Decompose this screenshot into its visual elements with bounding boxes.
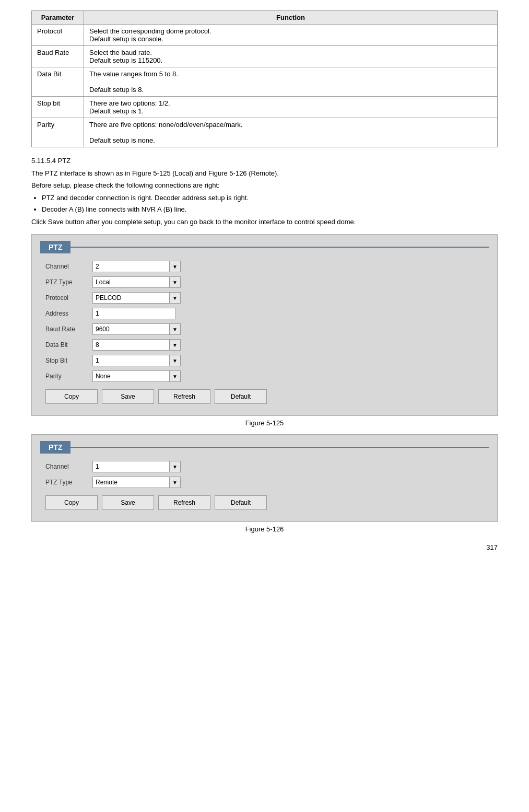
func-protocol: Select the corresponding dome protocol.D…	[84, 25, 498, 46]
param-parity: Parity	[32, 118, 84, 147]
param-data-bit: Data Bit	[32, 67, 84, 97]
func-baud-rate: Select the baud rate.Default setup is 11…	[84, 46, 498, 67]
dropdown-ptztype-125-btn[interactable]: ▼	[169, 276, 181, 288]
field-protocol-125: Protocol ▼	[40, 292, 489, 304]
ptz-title-125: PTZ	[40, 241, 70, 253]
field-parity-125: Parity ▼	[40, 370, 489, 382]
figure-126-container: PTZ Channel ▼ PTZ Type ▼ Copy Save Refre…	[31, 434, 498, 522]
refresh-button-125[interactable]: Refresh	[158, 389, 210, 404]
label-address-125: Address	[45, 310, 92, 317]
section-note: Click Save button after you complete set…	[31, 217, 498, 227]
dropdown-channel-125-btn[interactable]: ▼	[169, 261, 181, 272]
table-header-function: Function	[84, 11, 498, 25]
input-parity-125[interactable]	[92, 370, 170, 382]
button-row-125: Copy Save Refresh Default	[40, 389, 489, 404]
field-ptztype-126: PTZ Type ▼	[40, 477, 489, 488]
param-baud-rate: Baud Rate	[32, 46, 84, 67]
bullet-item: Decoder A (B) line connects with NVR A (…	[42, 204, 498, 215]
bullet-list: PTZ and decoder connection is right. Dec…	[42, 193, 498, 215]
label-ptztype-125: PTZ Type	[45, 279, 92, 286]
button-row-126: Copy Save Refresh Default	[40, 495, 489, 510]
label-databit-125: Data Bit	[45, 341, 92, 349]
copy-button-125[interactable]: Copy	[45, 389, 98, 404]
label-channel-126: Channel	[45, 463, 92, 470]
field-baudrate-125: Baud Rate ▼	[40, 323, 489, 335]
input-channel-126[interactable]	[92, 461, 170, 472]
label-protocol-125: Protocol	[45, 294, 92, 301]
label-channel-125: Channel	[45, 263, 92, 270]
label-parity-125: Parity	[45, 373, 92, 380]
dropdown-baudrate-125-btn[interactable]: ▼	[169, 323, 181, 335]
section-intro: The PTZ interface is shown as in Figure …	[31, 168, 498, 179]
dropdown-protocol-125-btn[interactable]: ▼	[169, 292, 181, 304]
ptz-title-126: PTZ	[40, 441, 70, 454]
page-number: 317	[31, 543, 498, 551]
ptz-title-line	[70, 247, 489, 248]
label-stopbit-125: Stop Bit	[45, 357, 92, 364]
input-ptztype-125[interactable]	[92, 276, 170, 288]
input-stopbit-125[interactable]	[92, 355, 170, 366]
field-channel-126: Channel ▼	[40, 461, 489, 472]
default-button-126[interactable]: Default	[215, 495, 267, 510]
field-stopbit-125: Stop Bit ▼	[40, 355, 489, 366]
save-button-125[interactable]: Save	[102, 389, 154, 404]
func-data-bit: The value ranges from 5 to 8.Default set…	[84, 67, 498, 97]
section-prereq: Before setup, please check the following…	[31, 180, 498, 191]
dropdown-databit-125-btn[interactable]: ▼	[169, 339, 181, 351]
field-channel-125: Channel ▼	[40, 261, 489, 272]
param-protocol: Protocol	[32, 25, 84, 46]
field-address-125: Address	[40, 308, 489, 319]
parameter-table: Parameter Function Protocol Select the c…	[31, 10, 498, 147]
input-baudrate-125[interactable]	[92, 323, 170, 335]
section-title: 5.11.5.4 PTZ	[31, 156, 498, 166]
copy-button-126[interactable]: Copy	[45, 495, 98, 510]
dropdown-stopbit-125-btn[interactable]: ▼	[169, 355, 181, 366]
input-address-125[interactable]	[92, 308, 176, 319]
refresh-button-126[interactable]: Refresh	[158, 495, 210, 510]
input-channel-125[interactable]	[92, 261, 170, 272]
figure-125-caption: Figure 5-125	[31, 419, 498, 427]
figure-126-caption: Figure 5-126	[31, 525, 498, 533]
table-row: Stop bit There are two options: 1/2.Defa…	[32, 97, 498, 118]
field-ptztype-125: PTZ Type ▼	[40, 276, 489, 288]
label-baudrate-125: Baud Rate	[45, 326, 92, 333]
table-row: Parity There are five options: none/odd/…	[32, 118, 498, 147]
ptz-title-line-126	[70, 447, 489, 448]
func-parity: There are five options: none/odd/even/sp…	[84, 118, 498, 147]
input-protocol-125[interactable]	[92, 292, 170, 304]
dropdown-parity-125-btn[interactable]: ▼	[169, 370, 181, 382]
param-stop-bit: Stop bit	[32, 97, 84, 118]
table-header-parameter: Parameter	[32, 11, 84, 25]
default-button-125[interactable]: Default	[215, 389, 267, 404]
input-ptztype-126[interactable]	[92, 477, 170, 488]
bullet-item: PTZ and decoder connection is right. Dec…	[42, 193, 498, 203]
figure-125-container: PTZ Channel ▼ PTZ Type ▼ Protocol ▼ Addr…	[31, 234, 498, 416]
table-row: Protocol Select the corresponding dome p…	[32, 25, 498, 46]
dropdown-ptztype-126-btn[interactable]: ▼	[169, 477, 181, 488]
table-row: Baud Rate Select the baud rate.Default s…	[32, 46, 498, 67]
input-databit-125[interactable]	[92, 339, 170, 351]
dropdown-channel-126-btn[interactable]: ▼	[169, 461, 181, 472]
save-button-126[interactable]: Save	[102, 495, 154, 510]
field-databit-125: Data Bit ▼	[40, 339, 489, 351]
label-ptztype-126: PTZ Type	[45, 479, 92, 486]
func-stop-bit: There are two options: 1/2.Default setup…	[84, 97, 498, 118]
table-row: Data Bit The value ranges from 5 to 8.De…	[32, 67, 498, 97]
